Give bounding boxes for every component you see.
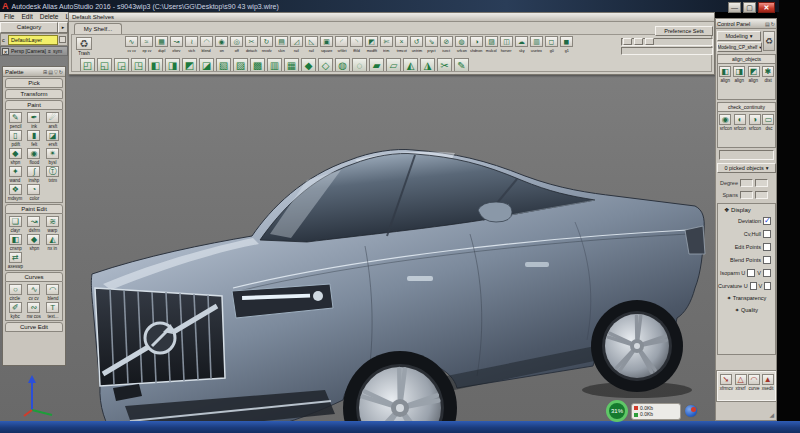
panel-tool[interactable]: ◉ srfcon xyxy=(719,114,733,131)
palette-tool[interactable]: ⇄ axeswp xyxy=(6,251,25,269)
tool-icon[interactable]: ✂ xyxy=(245,36,258,47)
palette-tool[interactable]: ▮ felt xyxy=(25,129,44,147)
shelf-titlebar[interactable]: Default Shelves xyxy=(69,13,714,22)
tool-icon[interactable]: ◠ xyxy=(46,284,59,295)
palette-tool[interactable]: ❖ mdsym xyxy=(6,183,25,201)
palette-refresh-icon[interactable]: ↻ xyxy=(59,69,63,75)
tab-paint[interactable]: Paint xyxy=(5,100,63,110)
panel-grid-icon[interactable]: ▤ xyxy=(765,21,770,27)
tool-icon[interactable]: Ⓣ xyxy=(46,166,59,177)
palette-tool[interactable]: ≋ warp xyxy=(43,215,62,233)
checkbox[interactable] xyxy=(763,256,771,264)
shelf-tool[interactable]: ◠ blend xyxy=(199,36,214,53)
shelf-tool[interactable]: ◻ g0 xyxy=(544,36,559,53)
tool-icon[interactable]: ✎ xyxy=(9,112,22,123)
palette-collapse-icon[interactable]: ▽ xyxy=(54,69,58,75)
cp-shelf-dropdown[interactable]: Modeling_CP_shelf▾ xyxy=(717,42,762,52)
shelf-tool-icon[interactable]: ◆ xyxy=(301,58,316,72)
tool-icon[interactable]: ⊘ xyxy=(440,36,453,47)
palette-tool[interactable]: ▯ pdift xyxy=(6,129,25,147)
degree-field-1[interactable] xyxy=(740,179,753,187)
picked-objects-dropdown[interactable]: 0 picked objects▾ xyxy=(717,163,776,173)
tab-curves[interactable]: Curves xyxy=(5,272,63,282)
panel-tool[interactable]: △ xtrsrf xyxy=(735,374,747,391)
tool-icon[interactable]: ◻ xyxy=(545,36,558,47)
panel-refresh-icon[interactable]: ↻ xyxy=(771,21,775,27)
palette-tool[interactable]: ◭ nx in xyxy=(43,233,62,251)
panel-tool[interactable]: ✱ dtst xyxy=(762,66,774,83)
perspective-viewport[interactable] xyxy=(0,56,715,421)
shelf-tool[interactable]: ✂ detach xyxy=(244,36,259,53)
tool-icon[interactable]: ❖ xyxy=(9,184,22,195)
menu-item[interactable]: Delete xyxy=(40,13,59,20)
tool-icon[interactable]: ✒ xyxy=(27,112,40,123)
tool-icon[interactable]: ◼ xyxy=(560,36,573,47)
layer-toggle[interactable] xyxy=(59,36,66,43)
shelf-tool[interactable]: ⇘ pryct xyxy=(424,36,439,53)
tool-icon[interactable]: ▦ xyxy=(155,36,168,47)
tool-icon[interactable]: ◉ xyxy=(215,36,228,47)
tool-icon[interactable]: ↻ xyxy=(260,36,273,47)
palette-tool[interactable]: ◔ color xyxy=(25,183,44,201)
shelf-tool[interactable]: ≈ ep cv xyxy=(139,36,154,53)
tool-icon[interactable]: ◿ xyxy=(290,36,303,47)
palette-tool[interactable]: ✎ pencil xyxy=(6,111,25,129)
tool-icon[interactable]: ◑ xyxy=(470,36,483,47)
shelf-tool-icon[interactable]: ◮ xyxy=(420,58,435,72)
shelf-tool[interactable]: ◉ on xyxy=(214,36,229,53)
shelf-tool[interactable]: ▨ mulcol xyxy=(484,36,499,53)
checkbox[interactable] xyxy=(763,230,771,238)
shelf-tool-icon[interactable]: ◧ xyxy=(148,58,163,72)
tool-icon[interactable]: ↝ xyxy=(27,216,40,227)
menu-item[interactable]: File xyxy=(4,13,14,20)
check-continuity-tab[interactable]: check_continuity xyxy=(718,103,775,112)
shelf-tool[interactable]: ≀ stch xyxy=(184,36,199,53)
shelf-field-2[interactable] xyxy=(621,47,713,55)
tool-icon[interactable]: ▮ xyxy=(27,130,40,141)
palette-tool[interactable]: ✐ kybc xyxy=(6,301,25,319)
palette-titlebar[interactable]: Palette ⊞ ▤ ▽ ↻ xyxy=(3,67,65,77)
category-side-button[interactable]: ▸ xyxy=(58,22,68,33)
shelf-tool[interactable]: ▣ square xyxy=(319,36,334,53)
maximize-button[interactable]: ▢ xyxy=(743,2,756,13)
tool-icon[interactable]: ◝ xyxy=(350,36,363,47)
palette-tool[interactable]: ◧ cnsnp xyxy=(6,233,25,251)
tool-icon[interactable]: ◺ xyxy=(305,36,318,47)
spans-field-2[interactable] xyxy=(755,191,768,199)
shelf-tool[interactable]: ↻ revolv xyxy=(259,36,274,53)
shelf-tool-icon[interactable]: ◪ xyxy=(199,58,214,72)
tool-icon[interactable]: ◭ xyxy=(46,234,59,245)
shelf-tool-icon[interactable]: ▰ xyxy=(369,58,384,72)
tab-my-shelf[interactable]: My Shelf... xyxy=(74,23,122,34)
tool-icon[interactable]: ◆ xyxy=(9,148,22,159)
tool-icon[interactable]: ✐ xyxy=(9,302,22,313)
tool-icon[interactable]: ◠ xyxy=(200,36,213,47)
tool-icon[interactable]: ≋ xyxy=(46,216,59,227)
palette-tool[interactable]: ○ circle xyxy=(6,283,25,301)
panel-tool[interactable]: ➘ xfrmcv xyxy=(719,374,734,391)
tool-icon[interactable]: △ xyxy=(735,374,747,385)
tool-icon[interactable]: ≈ xyxy=(140,36,153,47)
tool-icon[interactable]: ≀ xyxy=(185,36,198,47)
tool-icon[interactable]: ◑ xyxy=(749,114,761,125)
shelf-tool[interactable]: ◼ g1 xyxy=(559,36,574,53)
u-checkbox[interactable] xyxy=(750,282,757,290)
tool-icon[interactable]: ∫ xyxy=(27,166,40,177)
tool-icon[interactable]: ○ xyxy=(9,284,22,295)
shelf-tool[interactable]: ◺ rail xyxy=(304,36,319,53)
tool-icon[interactable]: ◜ xyxy=(335,36,348,47)
preference-sets-button[interactable]: Preference Sets xyxy=(655,26,713,36)
current-layer[interactable]: DefaultLayer xyxy=(8,35,58,45)
tool-icon[interactable]: ◉ xyxy=(27,148,40,159)
control-panel-titlebar[interactable]: Control Panel ▤ ↻ xyxy=(716,19,776,29)
tool-icon[interactable]: ◩ xyxy=(748,66,760,77)
tool-icon[interactable]: ☄ xyxy=(46,112,59,123)
shelf-tool-icon[interactable]: ◱ xyxy=(97,58,112,72)
tool-icon[interactable]: ✴ xyxy=(46,148,59,159)
palette-tool[interactable]: ◉ flood xyxy=(25,147,44,165)
tool-icon[interactable]: ∾ xyxy=(27,302,40,313)
palette-tool[interactable]: Ⓣ txtm xyxy=(43,165,62,183)
shelf-tool-icon[interactable]: ◌ xyxy=(352,58,367,72)
shelf-tool[interactable]: ◑ shdnon xyxy=(469,36,484,53)
close-button[interactable]: ✕ xyxy=(758,2,775,13)
